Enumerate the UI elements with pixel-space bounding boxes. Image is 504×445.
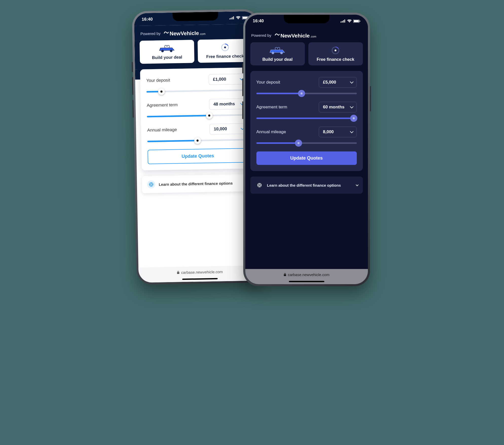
logo-mark-icon [163, 30, 169, 35]
learn-finance-options[interactable]: Learn about the different finance option… [142, 174, 254, 193]
tab-build-your-deal[interactable]: Build your deal [139, 40, 194, 64]
svg-point-26 [258, 184, 260, 186]
volume-down-button [132, 100, 134, 118]
svg-rect-3 [233, 16, 234, 19]
signal-icon [341, 20, 346, 23]
mute-switch [242, 63, 243, 73]
lock-icon [177, 271, 179, 274]
tab-label: Free finance check [206, 54, 244, 59]
term-select[interactable]: 60 months [319, 102, 357, 112]
mileage-slider[interactable] [256, 142, 357, 144]
status-time: 16:40 [142, 17, 153, 22]
svg-rect-0 [229, 18, 230, 20]
learn-label: Learn about the different finance option… [159, 181, 233, 186]
slider-thumb[interactable] [158, 88, 165, 95]
svg-rect-16 [343, 20, 344, 23]
phone-dark-mockup: 16:40 Powered by NewVehicle.com Build yo… [243, 13, 370, 286]
volume-down-button [242, 101, 243, 119]
browser-url-bar[interactable]: carbase.newvehicle.com [245, 269, 368, 279]
mileage-label: Annual mileage [147, 127, 177, 133]
svg-rect-15 [342, 21, 343, 23]
powered-by-label: Powered by [140, 31, 161, 36]
svg-rect-13 [177, 272, 179, 274]
svg-rect-2 [232, 17, 233, 20]
gauge-icon [330, 46, 341, 55]
mileage-label: Annual mileage [256, 129, 286, 134]
quote-builder-card: Your deposit £5,000 Agreement term 60 mo… [250, 71, 363, 171]
signal-icon [229, 16, 234, 19]
deposit-slider[interactable] [146, 89, 247, 93]
home-indicator [182, 278, 218, 280]
car-gift-icon [157, 44, 177, 53]
powered-by-label: Powered by [251, 33, 271, 37]
learn-finance-options[interactable]: Learn about the different finance option… [250, 177, 363, 194]
svg-point-12 [150, 184, 152, 185]
svg-rect-14 [341, 22, 341, 23]
tab-label: Free finance check [317, 57, 354, 62]
quote-builder-card: Your deposit £1,000 Agreement term 48 mo… [140, 67, 254, 170]
brand-logo: NewVehicle.com [163, 29, 206, 37]
battery-icon [353, 20, 360, 23]
update-quotes-button[interactable]: Update Quotes [147, 148, 248, 164]
status-time: 16:40 [253, 18, 264, 24]
svg-rect-27 [284, 274, 286, 276]
svg-point-24 [334, 49, 336, 51]
svg-point-22 [280, 52, 283, 54]
slider-thumb[interactable] [206, 112, 212, 119]
url-text: carbase.newvehicle.com [288, 273, 329, 277]
tab-free-finance-check[interactable]: Free finance check [308, 42, 363, 65]
svg-point-10 [224, 46, 226, 48]
svg-point-21 [272, 52, 274, 54]
term-slider[interactable] [147, 114, 247, 118]
term-label: Agreement term [256, 105, 287, 110]
slider-thumb[interactable] [194, 137, 201, 144]
url-text: carbase.newvehicle.com [181, 269, 223, 275]
wifi-icon [347, 20, 352, 23]
tab-label: Build your deal [152, 55, 182, 60]
svg-rect-20 [360, 21, 360, 22]
gauge-icon [220, 43, 230, 52]
slider-thumb[interactable] [298, 90, 305, 97]
home-indicator [289, 281, 324, 282]
notch [284, 15, 329, 23]
mileage-select[interactable]: 8,000 [319, 127, 357, 137]
tab-build-your-deal[interactable]: Build your deal [250, 42, 305, 65]
term-label: Agreement term [146, 102, 177, 108]
deposit-select[interactable]: £1,000 [209, 74, 247, 85]
logo-mark-icon [274, 32, 280, 37]
mileage-select[interactable]: 10,000 [209, 123, 248, 135]
svg-rect-1 [231, 18, 231, 20]
deposit-select[interactable]: £5,000 [319, 77, 357, 88]
brand-logo: NewVehicle.com [274, 32, 316, 39]
power-button [370, 86, 371, 111]
brand-header: Powered by NewVehicle.com [245, 27, 368, 42]
term-select[interactable]: 48 months [209, 99, 247, 110]
slider-thumb[interactable] [350, 115, 357, 122]
deposit-slider[interactable] [256, 93, 357, 94]
mute-switch [132, 62, 133, 72]
svg-rect-17 [344, 20, 345, 23]
volume-up-button [132, 77, 133, 95]
volume-up-button [242, 79, 243, 96]
term-slider[interactable] [256, 118, 357, 119]
learn-label: Learn about the different finance option… [267, 183, 341, 187]
brand-header: Powered by NewVehicle.com [134, 24, 257, 41]
notch [172, 12, 218, 21]
slider-thumb[interactable] [295, 140, 302, 147]
lock-icon [284, 273, 286, 276]
tab-label: Build your deal [262, 57, 292, 62]
car-gift-icon [267, 46, 288, 55]
chevron-down-icon [356, 183, 358, 186]
lifebuoy-icon [147, 180, 155, 189]
deposit-label: Your deposit [146, 78, 170, 83]
wifi-icon [236, 16, 240, 19]
deposit-label: Your deposit [256, 80, 280, 85]
svg-rect-19 [354, 20, 359, 22]
lifebuoy-icon [255, 181, 264, 189]
update-quotes-button[interactable]: Update Quotes [256, 151, 357, 165]
mileage-slider[interactable] [147, 139, 248, 142]
